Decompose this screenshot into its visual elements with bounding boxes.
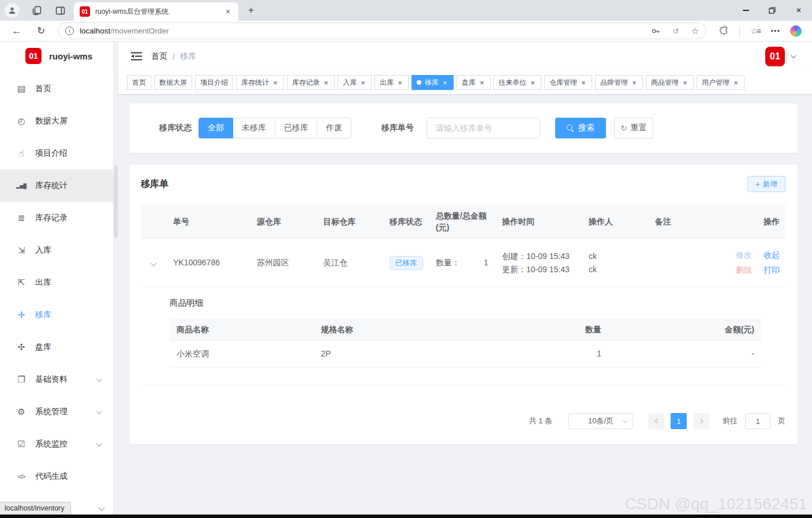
add-button[interactable]: 新增 <box>747 176 785 192</box>
close-icon[interactable] <box>323 79 330 87</box>
product-detail-table: 商品名称 规格名称 数量 金额(元) <box>170 318 761 367</box>
sidebar-item-movement[interactable]: ✛ 移库 <box>0 299 113 331</box>
order-no-input[interactable] <box>426 118 540 138</box>
tag-movement[interactable]: 移库 <box>411 75 454 90</box>
sidebar-menu: ▤ 首页 ◴ 数据大屏 ☝ 项目介绍 ▂▅█ 库存统计 ≣ 库存记录 <box>0 73 113 493</box>
window-minimize-button[interactable] <box>732 0 759 21</box>
sidebar-item-inventory-stats[interactable]: ▂▅█ 库存统计 <box>0 170 113 202</box>
tag-partners[interactable]: 往来单位 <box>493 75 541 90</box>
user-avatar[interactable]: 01 <box>765 47 785 66</box>
radio-all[interactable]: 全部 <box>199 118 233 138</box>
scrollbar-thumb[interactable] <box>114 166 118 238</box>
close-icon[interactable] <box>732 79 739 87</box>
app-logo[interactable]: 01 ruoyi-wms <box>0 42 113 70</box>
close-icon[interactable] <box>682 79 688 87</box>
radio-voided[interactable]: 作废 <box>317 118 351 138</box>
card-title: 移库单 <box>141 178 169 190</box>
tag-project-intro[interactable]: 项目介绍 <box>195 75 233 90</box>
search-button[interactable]: 搜索 <box>555 118 606 138</box>
quantity-cell: 数量：1 <box>436 256 491 269</box>
edit-link[interactable]: 修改 <box>736 250 752 260</box>
radio-moved[interactable]: 已移库 <box>275 118 317 138</box>
delete-link[interactable]: 删除 <box>736 265 752 275</box>
goto-page-input[interactable] <box>745 413 770 429</box>
close-icon[interactable] <box>272 79 279 87</box>
tag-home[interactable]: 首页 <box>127 75 151 90</box>
back-button[interactable] <box>9 24 24 39</box>
reset-button[interactable]: 重置 <box>614 118 653 138</box>
tag-data-screen[interactable]: 数据大屏 <box>154 75 192 90</box>
sidebar-item-base-data[interactable]: ❐ 基础资料 <box>0 363 113 396</box>
sidebar-item-system-management[interactable]: ⚙ 系统管理 <box>0 396 113 428</box>
close-icon[interactable] <box>529 79 536 87</box>
sidebar: 01 ruoyi-wms ▤ 首页 ◴ 数据大屏 ☝ 项目介绍 ▂▅█ <box>0 42 113 518</box>
sidebar-item-outbound[interactable]: ⇱ 出库 <box>0 266 113 299</box>
close-icon[interactable] <box>580 79 587 87</box>
tag-product-mgmt[interactable]: 商品管理 <box>646 75 694 90</box>
tag-brand-mgmt[interactable]: 品牌管理 <box>595 75 643 90</box>
site-info-icon[interactable] <box>65 27 74 35</box>
tag-inventory-records[interactable]: 库存记录 <box>287 75 335 90</box>
extensions-puzzle-icon[interactable] <box>719 26 729 36</box>
browser-tab[interactable]: 01 ruoyi-wms后台管理系统 <box>74 2 238 21</box>
copilot-icon[interactable] <box>790 25 802 37</box>
order-no-label: 移库单号 <box>381 123 421 133</box>
workspaces-icon[interactable] <box>31 5 43 16</box>
address-bar[interactable]: localhost/movementOrder <box>58 22 706 39</box>
print-link[interactable]: 打印 <box>764 265 780 275</box>
sidebar-item-code-generation[interactable]: </> 代码生成 <box>0 460 113 493</box>
favorite-star-icon[interactable] <box>691 26 699 36</box>
goto-label: 前往 <box>723 416 738 426</box>
current-page-button[interactable]: 1 <box>671 413 687 429</box>
sidebar-item-inbound[interactable]: ⇲ 入库 <box>0 234 113 266</box>
refresh-button[interactable] <box>33 24 48 39</box>
close-icon[interactable] <box>396 79 403 87</box>
movement-order-table: 单号 源仓库 目标仓库 移库状态 总数量/总金额(元) 操作时间 操作人 备注 … <box>141 205 785 385</box>
link-status-tooltip: localhost/inventory <box>0 502 71 515</box>
tag-inbound[interactable]: 入库 <box>338 75 372 90</box>
tab-actions-icon[interactable] <box>54 5 66 16</box>
close-icon[interactable] <box>478 79 485 87</box>
collapse-link[interactable]: 收起 <box>764 250 780 260</box>
settings-menu-icon[interactable] <box>770 25 780 36</box>
tag-inventory-stats[interactable]: 库存统计 <box>236 75 284 90</box>
password-key-icon[interactable] <box>651 27 660 36</box>
sidebar-fold-icon[interactable] <box>131 52 142 61</box>
close-icon[interactable] <box>441 79 448 87</box>
sidebar-item-system-monitor[interactable]: ☑ 系统监控 <box>0 428 113 460</box>
breadcrumb-home[interactable]: 首页 <box>151 51 167 62</box>
sidebar-item-inventory-records[interactable]: ≣ 库存记录 <box>0 202 113 234</box>
tag-user-mgmt[interactable]: 用户管理 <box>697 75 744 90</box>
row-expand-icon[interactable] <box>150 260 156 266</box>
sidebar-item-project-intro[interactable]: ☝ 项目介绍 <box>0 137 113 170</box>
close-icon[interactable] <box>360 79 366 87</box>
sidebar-scroll-more-icon[interactable] <box>98 504 104 511</box>
sidebar-item-home[interactable]: ▤ 首页 <box>0 73 113 105</box>
sidebar-item-stocktake[interactable]: ✣ 盘库 <box>0 331 113 363</box>
gear-icon: ⚙ <box>14 407 28 417</box>
prev-page-button[interactable] <box>648 413 664 429</box>
close-icon[interactable] <box>631 79 638 87</box>
tab-close-icon[interactable] <box>223 7 233 16</box>
favorites-hub-icon[interactable]: ☆≡ <box>750 27 760 36</box>
order-no-cell: YK10096786 <box>167 239 251 287</box>
detail-header-row: 商品名称 规格名称 数量 金额(元) <box>170 318 761 341</box>
avatar-caret-icon[interactable] <box>791 52 796 58</box>
page-size-select[interactable]: 10条/页 <box>568 413 633 429</box>
sidebar-scrollbar[interactable] <box>113 42 118 518</box>
layers-icon: ▤ <box>14 84 28 94</box>
expand-arrows-icon: ⇱ <box>14 277 28 288</box>
detail-title: 商品明细 <box>170 296 785 310</box>
sidebar-item-data-screen[interactable]: ◴ 数据大屏 <box>0 105 113 137</box>
radio-not-moved[interactable]: 未移库 <box>233 118 275 138</box>
new-tab-button[interactable] <box>243 2 259 18</box>
window-close-button[interactable] <box>785 0 812 21</box>
tag-stocktake[interactable]: 盘库 <box>456 75 491 90</box>
tag-warehouse-mgmt[interactable]: 仓库管理 <box>544 75 592 90</box>
tag-outbound[interactable]: 出库 <box>375 75 409 90</box>
browser-profile-button[interactable] <box>5 3 20 18</box>
chevron-down-icon <box>96 408 102 414</box>
tracking-prevention-icon[interactable] <box>672 27 679 36</box>
window-restore-button[interactable] <box>759 0 785 21</box>
next-page-button[interactable] <box>693 413 709 429</box>
